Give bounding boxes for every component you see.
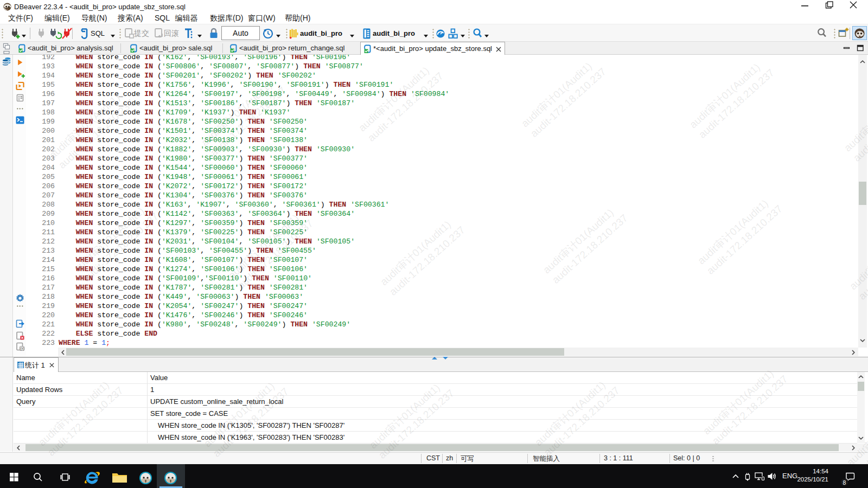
svg-text:(x): (x) [20,346,24,351]
